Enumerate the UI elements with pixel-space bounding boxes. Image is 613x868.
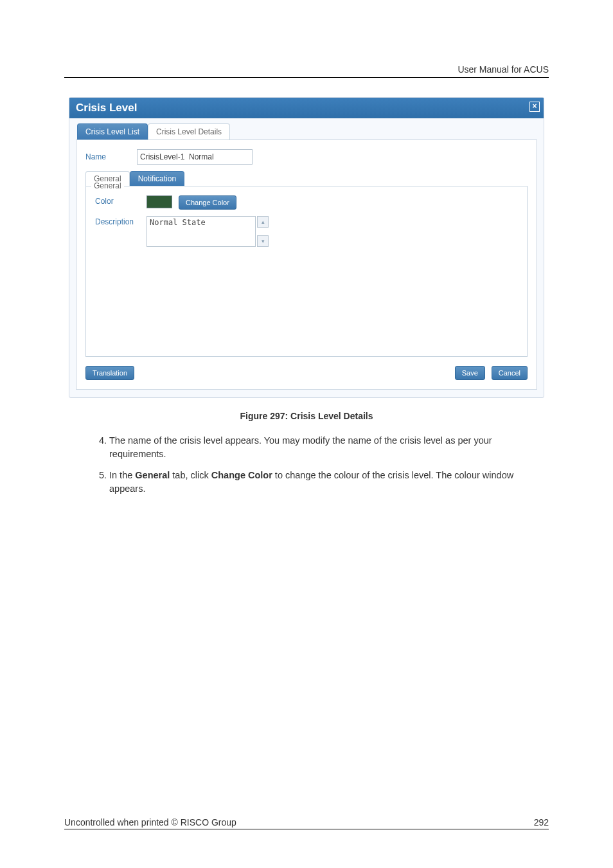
change-color-button[interactable]: Change Color [179, 195, 236, 210]
name-label: Name [85, 152, 130, 161]
name-input[interactable] [137, 149, 253, 165]
tab-crisis-level-list[interactable]: Crisis Level List [77, 123, 148, 140]
tab-notification[interactable]: Notification [130, 171, 184, 186]
dialog-titlebar: Crisis Level [69, 98, 544, 118]
page-footer: Uncontrolled when printed © RISCO Group … [64, 817, 549, 829]
list-item-text-pre: In the [109, 470, 135, 480]
chevron-down-icon[interactable]: ▾ [257, 235, 269, 247]
list-item: The name of the crisis level appears. Yo… [109, 434, 517, 461]
inner-tabs: General Notification [85, 171, 528, 186]
textarea-scroll: ▴ ▾ [257, 216, 269, 247]
panel-body: Name General Notification General Color … [76, 140, 537, 390]
description-label: Description [95, 216, 140, 226]
description-wrap: ▴ ▾ [147, 216, 269, 247]
color-row: Color Change Color [95, 195, 518, 210]
description-input[interactable] [147, 216, 256, 247]
chevron-up-icon[interactable]: ▴ [257, 216, 269, 228]
general-fieldset: General Color Change Color Description ▴… [85, 186, 528, 357]
crisis-level-dialog: Crisis Level Crisis Level List Crisis Le… [69, 97, 544, 398]
instruction-list: The name of the crisis level appears. Yo… [109, 434, 517, 496]
translation-button[interactable]: Translation [85, 366, 134, 380]
color-label: Color [95, 195, 140, 206]
cancel-button[interactable]: Cancel [492, 366, 528, 380]
list-item: In the General tab, click Change Color t… [109, 469, 517, 496]
fieldset-legend: General [91, 181, 124, 190]
save-button[interactable]: Save [455, 366, 485, 380]
footer-page-number: 292 [534, 817, 549, 827]
page-header-right: User Manual for ACUS [64, 64, 549, 78]
list-item-bold2: Change Color [211, 470, 272, 480]
footer-buttons: Save Cancel [455, 366, 528, 380]
list-item-bold1: General [135, 470, 170, 480]
footer-left: Uncontrolled when printed © RISCO Group [64, 817, 236, 827]
tab-crisis-level-details[interactable]: Crisis Level Details [148, 123, 230, 140]
dialog-title: Crisis Level [76, 102, 137, 114]
name-row: Name [85, 149, 528, 165]
description-row: Description ▴ ▾ [95, 216, 518, 247]
color-swatch [147, 195, 172, 208]
outer-tabs: Crisis Level List Crisis Level Details [77, 123, 538, 140]
list-item-text-mid: tab, click [170, 470, 211, 480]
close-icon[interactable] [529, 102, 540, 112]
dialog-footer-row: Translation Save Cancel [85, 366, 528, 380]
list-item-text: The name of the crisis level appears. Yo… [109, 435, 492, 459]
figure-caption: Figure 297: Crisis Level Details [64, 411, 549, 421]
